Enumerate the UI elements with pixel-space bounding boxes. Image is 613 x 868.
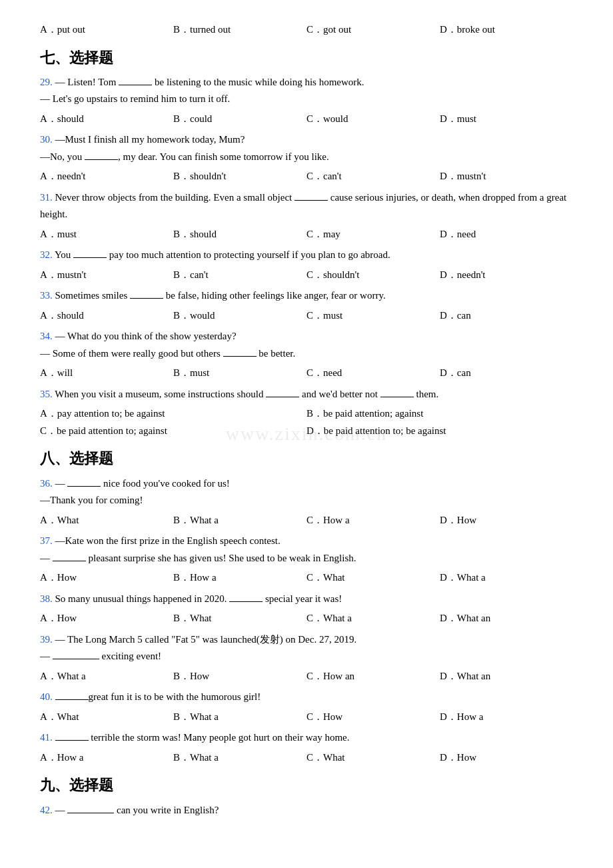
question-33: 33. Sometimes smiles be false, hiding ot… (40, 287, 573, 305)
q29-options: A．should B．could C．would D．must (40, 111, 573, 128)
question-29: 29. — Listen! Tom be listening to the mu… (40, 74, 573, 108)
question-30: 30. —Must I finish all my homework today… (40, 131, 573, 165)
question-31: 31. Never throw objects from the buildin… (40, 189, 573, 223)
q41-options: A．How a B．What a C．What D．How (40, 749, 573, 767)
question-42: 42. — can you write in English? (40, 802, 573, 819)
section9-title: 九、选择题 (40, 773, 573, 797)
q36-options: A．What B．What a C．How a D．How (40, 512, 573, 529)
q37-options: A．How B．How a C．What D．What a (40, 569, 573, 587)
question-32: 32. You pay too much attention to protec… (40, 247, 573, 264)
question-41: 41. terrible the storm was! Many people … (40, 729, 573, 747)
q38-options: A．How B．What C．What a D．What an (40, 610, 573, 627)
question-37: 37. —Kate won the first prize in the Eng… (40, 533, 573, 567)
option-D-broke-out: D．broke out (440, 21, 573, 39)
q39-options: A．What a B．How C．How an D．What an (40, 668, 573, 685)
q32-options: A．mustn't B．can't C．shouldn't D．needn't (40, 267, 573, 284)
q35-options: A．pay attention to; be against B．be paid… (40, 405, 573, 439)
question-35: 35. When you visit a museum, some instru… (40, 386, 573, 403)
q40-options: A．What B．What a C．How D．How a (40, 709, 573, 726)
top-options-row: A．put out B．turned out C．got out D．broke… (40, 21, 573, 39)
option-A-put-out: A．put out (40, 21, 173, 39)
question-40: 40. great fun it is to be with the humor… (40, 689, 573, 706)
option-C-got-out: C．got out (306, 21, 440, 39)
q30-options: A．needn't B．shouldn't C．can't D．mustn't (40, 168, 573, 185)
section7-title: 七、选择题 (40, 45, 573, 70)
question-39: 39. — The Long March 5 called "Fat 5" wa… (40, 631, 573, 665)
question-34: 34. — What do you think of the show yest… (40, 328, 573, 362)
section8-title: 八、选择题 (40, 446, 573, 471)
question-36: 36. — nice food you've cooked for us! —T… (40, 475, 573, 509)
q31-options: A．must B．should C．may D．need (40, 226, 573, 243)
question-38: 38. So many unusual things happened in 2… (40, 591, 573, 608)
q33-options: A．should B．would C．must D．can (40, 307, 573, 325)
option-B-turned-out: B．turned out (173, 21, 306, 39)
q34-options: A．will B．must C．need D．can (40, 365, 573, 382)
